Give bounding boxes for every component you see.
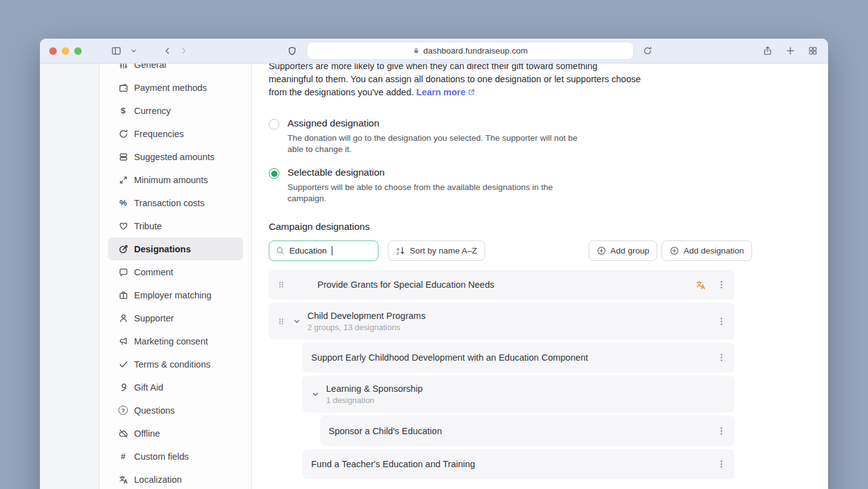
url-address-bar[interactable]: dashboard.fundraiseup.com xyxy=(307,42,633,59)
row-menu-button[interactable] xyxy=(716,424,727,439)
row-menu-button[interactable] xyxy=(716,314,727,329)
group-title: Learning & Sponsorship xyxy=(326,384,423,394)
search-value: Education xyxy=(289,246,327,255)
designation-row: Sponsor a Child's Education xyxy=(320,415,735,446)
sidebar-item-suggested-amounts[interactable]: Suggested amounts xyxy=(108,145,243,168)
sidebar-item-label: Employer matching xyxy=(134,290,211,300)
section-title: Campaign designations xyxy=(269,221,752,232)
outer-nav-strip xyxy=(40,64,100,489)
option-description: The donation will go to the designation … xyxy=(287,133,587,155)
sidebar-item-frequencies[interactable]: Frequencies xyxy=(108,122,243,145)
designation-row: Fund a Teacher's Education and Training xyxy=(302,449,735,479)
window-controls xyxy=(49,47,82,55)
sort-alpha-icon: a z xyxy=(396,246,405,255)
designations-list: Provide Grants for Special Education Nee… xyxy=(269,270,735,479)
sidebar-item-questions[interactable]: ? Questions xyxy=(108,399,243,422)
briefcase-icon xyxy=(118,290,128,300)
sidebar-item-designations[interactable]: Designations xyxy=(108,237,243,260)
sidebar-item-tribute[interactable]: Tribute xyxy=(108,214,243,237)
row-menu-button[interactable] xyxy=(716,457,727,472)
sidebar-item-currency[interactable]: $ Currency xyxy=(108,99,243,122)
gift-aid-icon xyxy=(118,382,128,392)
settings-sidebar: General Payment methods $ Currency xyxy=(100,64,252,489)
share-icon[interactable] xyxy=(760,43,776,59)
dollar-icon: $ xyxy=(118,105,128,116)
zoom-window-button[interactable] xyxy=(74,47,82,55)
sidebar-item-minimum-amounts[interactable]: Minimum amounts xyxy=(108,168,243,191)
browser-toolbar: dashboard.fundraiseup.com xyxy=(40,39,828,64)
sidebar-item-label: Terms & conditions xyxy=(134,359,211,369)
sidebar-item-label: Gift Aid xyxy=(134,382,163,392)
radio-selected-icon[interactable] xyxy=(269,168,279,179)
back-button[interactable] xyxy=(159,43,175,59)
svg-text:a: a xyxy=(397,247,399,251)
sidebar-item-label: Payment methods xyxy=(134,83,207,93)
collapse-chevron-icon[interactable] xyxy=(311,390,321,399)
drag-handle-icon[interactable] xyxy=(277,316,286,326)
sidebar-item-supporter[interactable]: Supporter xyxy=(108,306,243,330)
add-group-label: Add group xyxy=(610,246,649,255)
sidebar-item-localization[interactable]: Localization xyxy=(108,468,243,489)
wallet-icon xyxy=(118,82,128,93)
url-text: dashboard.fundraiseup.com xyxy=(423,46,528,55)
new-tab-plus-icon[interactable] xyxy=(782,43,798,59)
close-window-button[interactable] xyxy=(49,47,57,55)
option-label: Assigned designation xyxy=(287,118,587,129)
sidebar-item-marketing-consent[interactable]: Marketing consent xyxy=(108,330,243,353)
sidebar-list: General Payment methods $ Currency xyxy=(100,64,251,489)
translate-status-icon[interactable] xyxy=(695,280,706,290)
tab-overview-grid-icon[interactable] xyxy=(804,43,821,59)
refresh-cycle-icon xyxy=(118,128,128,139)
shield-privacy-icon[interactable] xyxy=(284,43,300,59)
forward-button[interactable] xyxy=(175,43,191,59)
designation-title: Fund a Teacher's Education and Training xyxy=(311,459,475,469)
sidebar-item-payment-methods[interactable]: Payment methods xyxy=(108,76,243,99)
sidebar-item-label: Supporter xyxy=(134,313,174,323)
sidebar-item-label: Designations xyxy=(134,244,191,254)
sidebar-item-label: Suggested amounts xyxy=(134,152,215,162)
sidebar-item-general[interactable]: General xyxy=(108,64,243,76)
chevron-down-icon[interactable] xyxy=(125,43,142,59)
hash-icon: # xyxy=(118,451,128,462)
stack-icon xyxy=(118,151,128,162)
add-group-button[interactable]: Add group xyxy=(589,240,657,261)
drag-handle-icon[interactable] xyxy=(277,280,286,290)
checkmark-icon xyxy=(118,359,128,369)
designation-row: Support Early Childhood Development with… xyxy=(302,343,735,373)
percent-icon: % xyxy=(118,197,128,208)
sidebar-item-label: Questions xyxy=(134,406,175,415)
sliders-icon xyxy=(118,64,128,70)
designation-title: Sponsor a Child's Education xyxy=(329,426,442,436)
minimize-window-button[interactable] xyxy=(62,47,69,55)
plus-circle-icon xyxy=(597,246,606,255)
lock-icon xyxy=(413,47,420,55)
radio-option-selectable[interactable]: Selectable designation Supporters will b… xyxy=(269,167,752,204)
group-subtitle: 1 designation xyxy=(326,396,423,405)
sidebar-toggle-icon[interactable] xyxy=(108,43,124,59)
designations-settings-panel: Supporters are more likely to give when … xyxy=(252,64,828,489)
sort-button[interactable]: a z Sort by name A–Z xyxy=(388,240,485,261)
sidebar-item-comment[interactable]: Comment xyxy=(108,260,243,283)
collapse-chevron-icon[interactable] xyxy=(292,317,302,326)
search-input[interactable]: Education xyxy=(269,240,379,261)
sidebar-item-label: Custom fields xyxy=(134,452,189,462)
svg-text:z: z xyxy=(397,251,398,255)
sidebar-item-label: Tribute xyxy=(134,221,162,231)
sidebar-item-custom-fields[interactable]: # Custom fields xyxy=(108,445,243,468)
learn-more-link[interactable]: Learn more xyxy=(417,87,466,97)
sidebar-item-terms-conditions[interactable]: Terms & conditions xyxy=(108,353,243,376)
radio-unselected-icon[interactable] xyxy=(269,119,279,130)
sidebar-item-gift-aid[interactable]: Gift Aid xyxy=(108,376,243,399)
row-menu-button[interactable] xyxy=(716,350,727,365)
sidebar-item-offline[interactable]: Offline xyxy=(108,422,243,445)
sidebar-item-transaction-costs[interactable]: % Transaction costs xyxy=(108,191,243,214)
refresh-icon[interactable] xyxy=(639,43,655,59)
add-designation-label: Add designation xyxy=(683,246,744,255)
add-designation-button[interactable]: Add designation xyxy=(662,240,752,261)
row-menu-button[interactable] xyxy=(716,277,727,292)
designation-row: Provide Grants for Special Education Nee… xyxy=(269,270,735,300)
sidebar-item-employer-matching[interactable]: Employer matching xyxy=(108,283,243,306)
search-icon xyxy=(276,246,285,255)
radio-option-assigned[interactable]: Assigned designation The donation will g… xyxy=(269,118,752,155)
sidebar-item-label: Localization xyxy=(134,475,182,485)
